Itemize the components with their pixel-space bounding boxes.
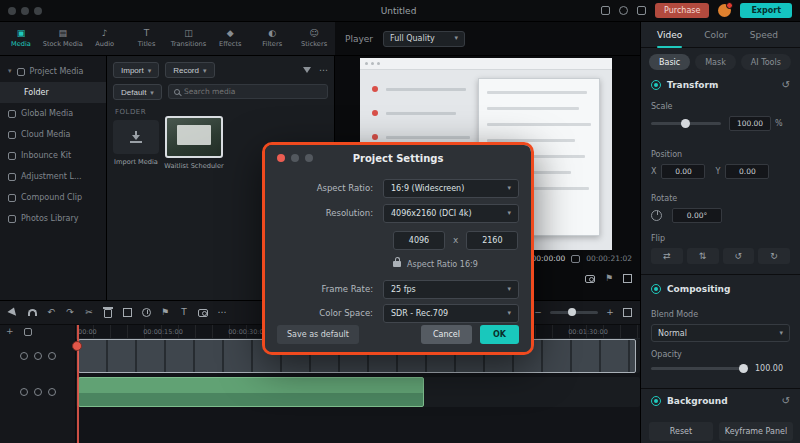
hide-track-icon[interactable]: [48, 352, 56, 360]
lock-icon[interactable]: [393, 261, 401, 267]
zoom-in-icon[interactable]: +: [605, 306, 615, 320]
tab-color[interactable]: Color: [704, 30, 728, 40]
tab-stock-media[interactable]: ▤ Stock Media: [42, 22, 84, 55]
scale-value[interactable]: 100.00: [729, 116, 771, 131]
notification-icon[interactable]: [619, 6, 628, 15]
delete-icon[interactable]: [103, 306, 113, 320]
subtab-basic[interactable]: Basic: [649, 54, 690, 70]
rotate-ccw-button[interactable]: ↺: [723, 248, 755, 264]
select-tool-icon[interactable]: [8, 306, 18, 320]
tab-stickers[interactable]: ☺ Stickers: [293, 22, 335, 55]
mute-track-icon[interactable]: [20, 388, 28, 396]
quality-dropdown[interactable]: Full Quality ▾: [383, 31, 465, 47]
tab-video[interactable]: Video: [657, 30, 682, 40]
snapshot-icon[interactable]: [198, 306, 208, 320]
minimize-dialog-icon[interactable]: [291, 154, 299, 162]
search-input[interactable]: [184, 87, 322, 96]
tab-transitions[interactable]: ◫ Transitions: [168, 22, 210, 55]
undo-icon[interactable]: ↶: [46, 306, 56, 320]
resolution-dropdown[interactable]: 4096x2160 (DCI 4k) ▾: [383, 204, 519, 223]
reset-button[interactable]: Reset: [649, 422, 713, 441]
height-input[interactable]: [466, 231, 518, 250]
minimize-window-icon[interactable]: [21, 7, 29, 15]
cancel-button[interactable]: Cancel: [421, 325, 472, 344]
user-avatar[interactable]: [718, 4, 731, 17]
split-icon[interactable]: ✂: [84, 306, 94, 320]
playhead-handle[interactable]: [72, 341, 82, 351]
more-icon[interactable]: ⋯: [319, 66, 328, 75]
magnet-snap-icon[interactable]: [27, 306, 37, 320]
snapshot-icon[interactable]: [585, 275, 595, 283]
frame-rate-dropdown[interactable]: 25 fps ▾: [383, 280, 519, 299]
share-icon[interactable]: [637, 6, 646, 15]
tab-filters[interactable]: ◐ Filters: [251, 22, 293, 55]
sidebar-item-folder[interactable]: Folder: [0, 82, 106, 103]
import-media-tile[interactable]: [113, 120, 159, 154]
sidebar-item-adjustment-layer[interactable]: Adjustment L...: [0, 166, 106, 187]
ok-button[interactable]: OK: [480, 325, 519, 344]
width-input[interactable]: [393, 231, 445, 250]
default-filter-dropdown[interactable]: Default ▾: [113, 84, 162, 100]
purchase-button[interactable]: Purchase: [655, 3, 709, 18]
color-space-dropdown[interactable]: SDR - Rec.709 ▾: [383, 304, 519, 323]
lock-track-icon[interactable]: [34, 388, 42, 396]
lock-track-icon[interactable]: [34, 352, 42, 360]
sidebar-item-compound-clip[interactable]: Compound Clip: [0, 187, 106, 208]
opacity-slider[interactable]: [651, 367, 747, 370]
marker-icon[interactable]: ⚑: [605, 274, 613, 283]
fit-timeline-icon[interactable]: [622, 306, 632, 320]
hide-track-icon[interactable]: [48, 388, 56, 396]
export-button[interactable]: Export: [740, 3, 792, 18]
subtab-mask[interactable]: Mask: [695, 54, 736, 70]
position-x-value[interactable]: 0.00: [661, 164, 705, 179]
zoom-dialog-icon[interactable]: [305, 154, 313, 162]
keyframe-panel-button[interactable]: Keyframe Panel: [719, 422, 793, 441]
marker-icon[interactable]: ⚑: [160, 306, 170, 320]
redo-icon[interactable]: ↷: [65, 306, 75, 320]
record-button[interactable]: Record ▾: [165, 62, 214, 78]
position-y-value[interactable]: 0.00: [725, 164, 769, 179]
sidebar-item-project-media[interactable]: ▾ Project Media: [0, 61, 106, 82]
aspect-ratio-dropdown[interactable]: 16:9 (Widescreen) ▾: [383, 179, 519, 198]
zoom-out-icon[interactable]: −: [533, 306, 543, 320]
transform-toggle[interactable]: [651, 80, 661, 90]
reset-transform-icon[interactable]: ↺: [782, 80, 790, 90]
tab-audio[interactable]: ♪ Audio: [84, 22, 126, 55]
rotate-value[interactable]: 0.00°: [672, 208, 722, 223]
green-clip[interactable]: [78, 377, 424, 407]
add-track-icon[interactable]: +: [6, 327, 14, 336]
rotate-cw-button[interactable]: ↻: [758, 248, 790, 264]
zoom-window-icon[interactable]: [34, 7, 42, 15]
sidebar-item-global-media[interactable]: Global Media: [0, 103, 106, 124]
sidebar-item-cloud-media[interactable]: Cloud Media: [0, 124, 106, 145]
flip-vertical-button[interactable]: ⇅: [687, 248, 719, 264]
rotate-dial[interactable]: [651, 210, 662, 221]
tab-media[interactable]: ▣ Media: [0, 22, 42, 55]
fullscreen-icon[interactable]: [623, 274, 632, 283]
mute-track-icon[interactable]: [20, 352, 28, 360]
more-tools-icon[interactable]: ⋯: [217, 306, 227, 320]
background-toggle[interactable]: [651, 396, 661, 406]
subtab-ai-tools[interactable]: AI Tools: [741, 54, 791, 70]
sidebar-item-photos-library[interactable]: Photos Library: [0, 208, 106, 229]
filter-icon[interactable]: [303, 67, 311, 73]
tab-effects[interactable]: ◆ Effects: [209, 22, 251, 55]
crop-icon[interactable]: [122, 306, 132, 320]
scale-slider[interactable]: [651, 122, 721, 125]
track-options-icon[interactable]: [24, 328, 32, 336]
text-tool-icon[interactable]: T: [179, 306, 189, 320]
sidebar-item-inbounce-kit[interactable]: Inbounce Kit: [0, 145, 106, 166]
zoom-slider[interactable]: [550, 311, 598, 314]
reset-background-icon[interactable]: ↺: [782, 396, 790, 406]
import-button[interactable]: Import ▾: [113, 62, 159, 78]
close-dialog-icon[interactable]: [277, 154, 285, 162]
media-clip-thumbnail[interactable]: [165, 116, 223, 158]
blend-mode-dropdown[interactable]: Normal ▾: [651, 324, 790, 342]
save-as-default-button[interactable]: Save as default: [277, 325, 359, 344]
layout-icon[interactable]: [601, 6, 610, 15]
compositing-toggle[interactable]: [651, 284, 661, 294]
tab-speed[interactable]: Speed: [750, 30, 778, 40]
close-window-icon[interactable]: [8, 7, 16, 15]
flip-horizontal-button[interactable]: ⇄: [651, 248, 683, 264]
speed-icon[interactable]: [141, 306, 151, 320]
